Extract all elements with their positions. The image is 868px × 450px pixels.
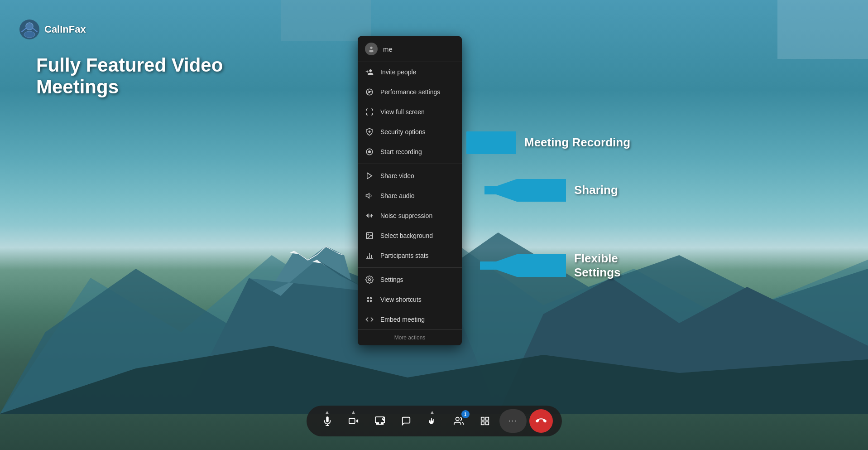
svg-rect-44 (481, 417, 484, 420)
menu-item-settings[interactable]: Settings (358, 270, 462, 290)
shortcuts-icon (365, 295, 374, 304)
svg-point-16 (369, 50, 373, 52)
more-actions-label: ··· (508, 417, 517, 425)
annotation-meeting-recording: Meeting Recording (466, 131, 630, 154)
top-strip-left (281, 0, 371, 41)
participants-icon (454, 416, 464, 426)
recording-arrow-icon (466, 131, 521, 154)
participants-button[interactable]: 1 (447, 409, 470, 433)
dropdown-menu: me Invite people Performance settings (358, 36, 462, 345)
participants-badge: 1 (461, 410, 470, 418)
svg-point-15 (370, 47, 372, 49)
screen-share-button[interactable] (368, 409, 392, 433)
chevron-up-camera-icon: ▲ (351, 409, 356, 415)
menu-item-view-full-screen[interactable]: View full screen (358, 102, 462, 122)
end-call-icon (536, 416, 547, 426)
svg-rect-47 (485, 422, 488, 425)
menu-item-security-options[interactable]: Security options (358, 122, 462, 142)
menu-share-video-label: Share video (380, 172, 414, 179)
menu-item-performance-settings[interactable]: Performance settings (358, 82, 462, 102)
user-avatar-icon (365, 43, 378, 55)
svg-point-32 (368, 298, 369, 299)
end-call-button[interactable] (529, 409, 553, 433)
settings-arrow-icon (475, 254, 571, 277)
chat-button[interactable] (394, 409, 418, 433)
svg-point-11 (26, 23, 33, 30)
menu-item-invite-people[interactable]: Invite people (358, 62, 462, 82)
meeting-recording-label: Meeting Recording (524, 135, 630, 150)
camera-icon (349, 416, 359, 426)
annotation-sharing: Sharing (480, 179, 618, 202)
menu-item-view-shortcuts[interactable]: View shortcuts (358, 290, 462, 310)
chat-icon (401, 416, 411, 426)
gauge-icon (365, 87, 374, 97)
volume-icon (365, 191, 374, 200)
menu-noise-suppression-label: Noise suppression (380, 212, 432, 219)
microphone-button[interactable]: ▲ (316, 409, 339, 433)
svg-point-34 (368, 300, 369, 302)
microphone-icon (322, 416, 332, 426)
image-icon (365, 231, 374, 240)
svg-rect-41 (349, 419, 355, 424)
logo-icon (18, 18, 41, 41)
svg-point-31 (369, 279, 371, 281)
menu-participants-stats-label: Participants stats (380, 252, 429, 259)
top-strip-right (777, 0, 868, 59)
menu-item-share-audio[interactable]: Share audio (358, 186, 462, 206)
svg-point-33 (370, 298, 372, 299)
flexible-settings-label: FlexibleSettings (574, 252, 621, 280)
play-icon (365, 171, 374, 180)
menu-select-background-label: Select background (380, 232, 433, 239)
menu-divider-1 (358, 164, 462, 164)
svg-rect-46 (481, 422, 484, 425)
svg-point-26 (368, 234, 369, 235)
camera-button[interactable]: ▲ (342, 409, 365, 433)
shield-icon (365, 127, 374, 136)
menu-share-audio-label: Share audio (380, 192, 415, 199)
raise-hand-button[interactable]: ▲ (421, 409, 444, 433)
menu-fullscreen-label: View full screen (380, 108, 425, 116)
menu-settings-label: Settings (380, 276, 403, 283)
gear-icon (365, 275, 374, 284)
chevron-up-hand-icon: ▲ (430, 409, 435, 415)
menu-security-label: Security options (380, 128, 426, 135)
menu-item-select-background[interactable]: Select background (358, 226, 462, 246)
toolbar: ▲ ▲ ▲ (307, 406, 562, 436)
menu-embed-label: Embed meeting (380, 316, 425, 323)
code-icon (365, 315, 374, 324)
svg-point-35 (370, 300, 372, 302)
waveform-icon (365, 211, 374, 220)
sharing-label: Sharing (574, 183, 618, 197)
menu-more-actions[interactable]: More actions (358, 329, 462, 345)
svg-rect-45 (485, 417, 488, 420)
fullscreen-icon (365, 107, 374, 116)
person-add-icon (365, 68, 374, 77)
menu-item-participants-stats[interactable]: Participants stats (358, 246, 462, 266)
menu-divider-2 (358, 267, 462, 268)
sharing-arrow-icon (480, 179, 571, 202)
menu-item-noise-suppression[interactable]: Noise suppression (358, 206, 462, 226)
more-actions-button[interactable]: ··· (499, 409, 527, 433)
annotation-flexible-settings: FlexibleSettings (475, 252, 621, 280)
svg-point-43 (456, 417, 459, 421)
apps-button[interactable] (473, 409, 497, 433)
chart-icon (365, 251, 374, 260)
menu-user-name: me (383, 45, 393, 53)
menu-user-row[interactable]: me (358, 36, 462, 62)
svg-point-12 (24, 31, 35, 38)
menu-recording-label: Start recording (380, 148, 422, 155)
logo: CalInFax (18, 18, 86, 41)
menu-item-start-recording[interactable]: Start recording (358, 142, 462, 162)
screen-share-icon (375, 416, 385, 426)
menu-shortcuts-label: View shortcuts (380, 296, 422, 303)
menu-item-embed-meeting[interactable]: Embed meeting (358, 310, 462, 329)
chevron-up-icon: ▲ (325, 409, 330, 415)
menu-item-share-video[interactable]: Share video (358, 166, 462, 186)
raise-hand-icon (427, 416, 437, 426)
logo-text: CalInFax (44, 24, 86, 35)
menu-performance-label: Performance settings (380, 88, 440, 96)
main-title: Fully Featured Video Meetings (36, 54, 308, 98)
svg-point-22 (369, 151, 371, 153)
menu-invite-label: Invite people (380, 68, 416, 76)
svg-marker-23 (367, 173, 372, 179)
